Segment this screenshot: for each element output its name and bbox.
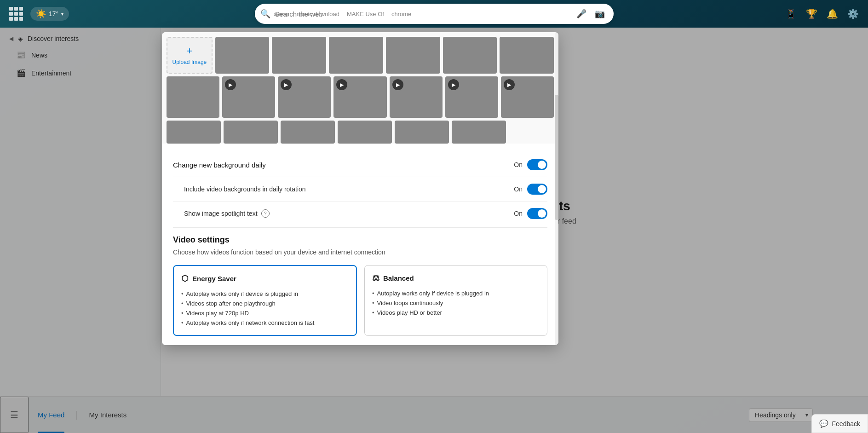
video-badge-icon: ▶ — [504, 79, 515, 90]
weather-icon: ☀️ — [36, 9, 46, 19]
image-thumb-5[interactable] — [443, 37, 497, 74]
top-bar: ☀️ 17° ▾ 🔍 aaron music download MAKE Use… — [0, 0, 868, 28]
change-bg-daily-state: On — [514, 161, 523, 168]
image-row-1: + Upload Image — [167, 37, 554, 74]
scrollbar-track — [555, 32, 558, 345]
settings-icon[interactable]: ⚙️ — [847, 8, 859, 19]
image-thumb-6[interactable] — [500, 37, 554, 74]
image-thumb-1[interactable] — [215, 37, 270, 74]
include-video-label: Include video backgrounds in daily rotat… — [184, 185, 306, 193]
energy-saver-option[interactable]: ⬡ Energy Saver Autoplay works only if de… — [173, 265, 357, 336]
feedback-button[interactable]: 💬 Feedback — [811, 414, 868, 433]
video-badge-icon: ▶ — [336, 79, 347, 90]
change-bg-daily-label: Change new background daily — [173, 161, 266, 169]
image-thumb-10[interactable]: ▶ — [333, 76, 386, 118]
balanced-features: Autoplay works only if device is plugged… — [372, 289, 540, 318]
image-thumb-16[interactable] — [281, 121, 335, 144]
scrollbar-thumb[interactable] — [555, 95, 558, 220]
image-thumb-11[interactable]: ▶ — [390, 76, 443, 118]
show-spotlight-state: On — [514, 210, 523, 217]
mic-button[interactable]: 🎤 — [573, 6, 590, 22]
notifications-icon[interactable]: 🔔 — [827, 8, 838, 19]
include-video-state: On — [514, 185, 523, 193]
include-video-toggle[interactable] — [527, 184, 547, 195]
rewards-icon[interactable]: 🏆 — [806, 8, 817, 19]
image-thumb-13[interactable]: ▶ — [501, 76, 554, 118]
section-divider — [173, 227, 547, 228]
image-thumb-2[interactable] — [272, 37, 326, 74]
image-thumb-12[interactable]: ▶ — [445, 76, 498, 118]
show-spotlight-toggle-right: On — [514, 208, 547, 219]
video-options: ⬡ Energy Saver Autoplay works only if de… — [173, 265, 547, 336]
feature-item: Videos play HD or better — [372, 308, 540, 318]
feature-item: Videos stop after one playthrough — [181, 299, 349, 308]
search-bar: 🔍 aaron music download MAKE Use Of chrom… — [255, 4, 614, 24]
video-badge-icon: ▶ — [225, 79, 236, 90]
image-grid-area: + Upload Image ▶ ▶ ▶ ▶ — [162, 32, 558, 144]
image-row-2: ▶ ▶ ▶ ▶ ▶ ▶ — [167, 76, 554, 118]
weather-badge[interactable]: ☀️ 17° ▾ — [30, 7, 69, 21]
video-badge-icon: ▶ — [392, 79, 403, 90]
feature-item: Autoplay works only if device is plugged… — [181, 289, 349, 299]
search-input[interactable] — [275, 4, 568, 24]
image-thumb-17[interactable] — [338, 121, 392, 144]
image-thumb-8[interactable]: ▶ — [222, 76, 275, 118]
image-row-3 — [167, 121, 554, 144]
energy-saver-features: Autoplay works only if device is plugged… — [181, 289, 349, 328]
chevron-down-icon: ▾ — [61, 12, 63, 17]
image-thumb-18[interactable] — [395, 121, 449, 144]
change-bg-daily-toggle-right: On — [514, 159, 547, 170]
balanced-header: ⚖ Balanced — [372, 273, 540, 283]
info-icon[interactable]: ? — [261, 209, 270, 218]
apps-grid-button[interactable] — [9, 7, 23, 21]
settings-content: Change new background daily On Include v… — [162, 144, 558, 345]
camera-button[interactable]: 📷 — [592, 6, 608, 22]
image-thumb-3[interactable] — [329, 37, 383, 74]
feature-item: Autoplay works only if device is plugged… — [372, 289, 540, 298]
energy-saver-icon: ⬡ — [181, 273, 189, 283]
change-bg-daily-toggle[interactable] — [527, 159, 547, 170]
image-thumb-15[interactable] — [224, 121, 278, 144]
upload-plus-icon: + — [186, 45, 192, 57]
image-thumb-9[interactable]: ▶ — [278, 76, 331, 118]
balanced-label: Balanced — [383, 274, 414, 282]
video-badge-icon: ▶ — [281, 79, 292, 90]
include-video-row: Include video backgrounds in daily rotat… — [173, 177, 547, 202]
image-thumb-14[interactable] — [167, 121, 221, 144]
upload-image-button[interactable]: + Upload Image — [167, 37, 213, 74]
video-settings-desc: Choose how videos function based on your… — [173, 248, 547, 256]
toggle-section: Change new background daily On Include v… — [173, 153, 547, 225]
top-right-icons: 📱 🏆 🔔 ⚙️ — [785, 8, 859, 19]
image-thumb-19[interactable] — [452, 121, 506, 144]
include-video-toggle-right: On — [514, 184, 547, 195]
show-spotlight-row: Show image spotlight text ? On — [173, 202, 547, 225]
settings-panel: + Upload Image ▶ ▶ ▶ ▶ — [162, 32, 558, 345]
feedback-label: Feedback — [832, 420, 860, 427]
phone-icon[interactable]: 📱 — [785, 8, 797, 19]
feature-item: Videos play at 720p HD — [181, 308, 349, 318]
show-spotlight-label: Show image spotlight text ? — [184, 209, 270, 218]
balanced-icon: ⚖ — [372, 273, 379, 283]
image-thumb-7[interactable] — [167, 76, 219, 118]
weather-temp: 17° — [49, 10, 58, 17]
energy-saver-label: Energy Saver — [192, 275, 236, 283]
video-badge-icon: ▶ — [448, 79, 459, 90]
feature-item: Autoplay works only if network connectio… — [181, 318, 349, 328]
video-settings-title: Video settings — [173, 235, 547, 245]
change-bg-daily-row: Change new background daily On — [173, 153, 547, 177]
feedback-icon: 💬 — [819, 419, 828, 428]
upload-image-label: Upload Image — [172, 59, 207, 65]
show-spotlight-toggle[interactable] — [527, 208, 547, 219]
video-settings-section: Video settings Choose how videos functio… — [173, 235, 547, 336]
balanced-option[interactable]: ⚖ Balanced Autoplay works only if device… — [364, 265, 547, 336]
energy-saver-header: ⬡ Energy Saver — [181, 273, 349, 283]
feature-item: Video loops continuously — [372, 298, 540, 308]
search-icon: 🔍 — [260, 9, 270, 19]
image-thumb-4[interactable] — [386, 37, 440, 74]
